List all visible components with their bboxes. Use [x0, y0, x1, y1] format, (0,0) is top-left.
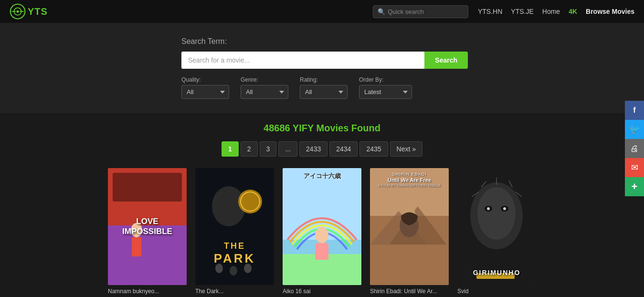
movie-title-1: The Dark... [195, 288, 274, 295]
page-btn-ellipsis: ... [278, 141, 297, 157]
filter-order: Order By: Latest Oldest Seeds Peers Year… [359, 76, 412, 99]
movie-title-4: Svid [457, 288, 536, 295]
filter-order-select[interactable]: Latest Oldest Seeds Peers Year Rating Li… [359, 85, 412, 99]
social-print-button[interactable]: 🖨 [625, 139, 644, 158]
nav-link-home[interactable]: Home [542, 8, 560, 15]
poster-overlay-2: アイコ十六歳 [283, 168, 361, 285]
search-section: Search Term: Search Quality: All 720p 10… [0, 23, 644, 113]
filter-genre-label: Genre: [241, 76, 288, 83]
filter-genre-select[interactable]: All Action Comedy Drama Horror Romance [241, 85, 288, 99]
svg-point-2 [16, 10, 19, 12]
svg-point-20 [315, 227, 328, 243]
movie-card-1[interactable]: THE PARK The Dark... [195, 168, 274, 295]
filter-order-label: Order By: [359, 76, 412, 83]
page-btn-2[interactable]: 2 [241, 141, 258, 157]
movie-poster-3: SHIRIN EBADI Until We Are Free A FILM BY… [370, 168, 449, 285]
movie-poster-0: LOVEIMPOSSIBLE [108, 168, 187, 285]
navbar: YTS 🔍 YTS.HN YTS.JE Home 4K Browse Movie… [0, 0, 644, 23]
movie-title-3: Shirin Ebadi: Until We Ar... [370, 288, 449, 295]
filter-row: Quality: All 720p 1080p 2160p 3D Genre: … [181, 76, 412, 99]
poster-overlay-4: GIRIMUNHO [457, 168, 536, 285]
page-btn-2434[interactable]: 2434 [329, 141, 358, 157]
nav-link-yts-hn[interactable]: YTS.HN [478, 8, 502, 15]
logo-text: YTS [28, 6, 48, 17]
page-btn-3[interactable]: 3 [260, 141, 277, 157]
search-button[interactable]: Search [424, 52, 468, 69]
nav-search-icon: 🔍 [378, 8, 385, 15]
email-icon: ✉ [631, 162, 638, 173]
movie-poster-1: THE PARK [195, 168, 274, 285]
filter-quality-label: Quality: [181, 76, 229, 83]
nav-link-yts-je[interactable]: YTS.JE [511, 8, 533, 15]
filter-quality: Quality: All 720p 1080p 2160p 3D [181, 76, 229, 99]
nav-link-4k[interactable]: 4K [569, 8, 577, 15]
page-btn-next[interactable]: Next » [390, 141, 422, 157]
svg-point-12 [238, 190, 262, 213]
movie-card-2[interactable]: アイコ十六歳 Aiko 16 sai [283, 168, 361, 295]
print-icon: 🖨 [630, 144, 639, 154]
social-email-button[interactable]: ✉ [625, 158, 644, 177]
movie-card-0[interactable]: LOVEIMPOSSIBLE Namnam buknyeo... [108, 168, 187, 295]
filter-rating-label: Rating: [300, 76, 348, 83]
svg-point-34 [503, 207, 506, 210]
movie-card-4[interactable]: GIRIMUNHO Svid [457, 168, 536, 295]
pagination: 1 2 3 ... 2433 2434 2435 Next » [0, 141, 644, 157]
svg-rect-8 [132, 237, 141, 256]
svg-rect-21 [315, 243, 328, 260]
twitter-icon: 🐦 [629, 124, 640, 135]
page-btn-1[interactable]: 1 [222, 141, 239, 157]
movie-poster-4: GIRIMUNHO [457, 168, 536, 285]
nav-search-wrap: 🔍 [373, 5, 468, 18]
filter-rating-select[interactable]: All 9+ 8+ 7+ 6+ [300, 85, 348, 99]
page-btn-2435[interactable]: 2435 [359, 141, 388, 157]
poster-overlay-1: THE PARK [195, 168, 274, 285]
filter-rating: Rating: All 9+ 8+ 7+ 6+ [300, 76, 348, 99]
nav-links: YTS.HN YTS.JE Home 4K Browse Movies [478, 8, 634, 15]
logo[interactable]: YTS [10, 3, 48, 20]
page-btn-2433[interactable]: 2433 [299, 141, 327, 157]
movie-title-0: Namnam buknyeo... [108, 288, 187, 295]
movie-poster-2: アイコ十六歳 [283, 168, 361, 285]
filter-quality-select[interactable]: All 720p 1080p 2160p 3D [181, 85, 229, 99]
social-facebook-button[interactable]: f [625, 101, 644, 120]
svg-point-15 [230, 266, 237, 276]
nav-search-input[interactable] [373, 5, 468, 18]
social-more-button[interactable]: + [625, 177, 644, 196]
movie-title-2: Aiko 16 sai [283, 288, 361, 295]
social-twitter-button[interactable]: 🐦 [625, 120, 644, 139]
svg-point-30 [477, 187, 516, 240]
search-input[interactable] [181, 52, 424, 69]
results-section: 48686 YIFY Movies Found 1 2 3 ... 2433 2… [0, 113, 644, 297]
social-sidebar: f 🐦 🖨 ✉ + [625, 101, 644, 196]
search-term-label: Search Term: [181, 37, 227, 46]
results-count: 48686 YIFY Movies Found [0, 123, 644, 134]
filter-genre: Genre: All Action Comedy Drama Horror Ro… [241, 76, 288, 99]
poster-overlay-0: LOVEIMPOSSIBLE [108, 168, 187, 285]
svg-rect-9 [113, 173, 182, 202]
search-row: Search [181, 52, 468, 69]
svg-point-33 [487, 207, 490, 210]
poster-overlay-3: SHIRIN EBADI Until We Are Free A FILM BY… [370, 168, 449, 285]
facebook-icon: f [633, 106, 635, 115]
movies-grid: LOVEIMPOSSIBLE Namnam buknyeo... [0, 168, 644, 297]
plus-icon: + [632, 180, 638, 193]
nav-link-browse-movies[interactable]: Browse Movies [586, 8, 634, 15]
movie-card-3[interactable]: SHIRIN EBADI Until We Are Free A FILM BY… [370, 168, 449, 295]
